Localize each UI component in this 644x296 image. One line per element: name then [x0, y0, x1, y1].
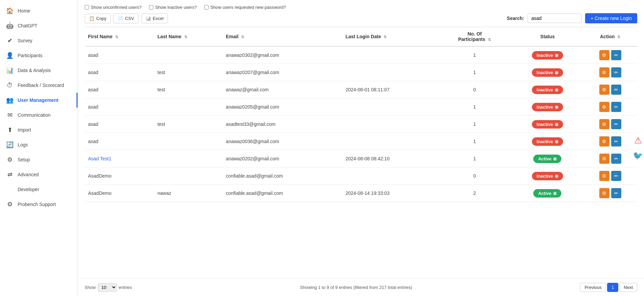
sidebar-item-chatgpt[interactable]: 🤖 ChatGPT	[0, 18, 78, 33]
copy-icon: 📋	[89, 16, 94, 21]
filter-password-checkbox[interactable]	[204, 5, 209, 9]
td-action: ⚙ ✏	[583, 133, 637, 150]
th-email[interactable]: Email ⇅	[222, 27, 342, 47]
sidebar-label-advanced: Advanced	[18, 172, 39, 177]
status-badge[interactable]: Inactive	[532, 86, 563, 94]
sidebar-item-user-management[interactable]: 👥 User Management	[0, 93, 78, 108]
permissions-button[interactable]: ⚙	[599, 102, 609, 112]
create-login-button[interactable]: + Create new Login	[585, 13, 637, 23]
sidebar-item-participants[interactable]: 👤 Participants	[0, 48, 78, 63]
sidebar-item-advanced[interactable]: ⇌ Advanced	[0, 167, 78, 182]
excel-button[interactable]: 📊 Excel	[141, 14, 168, 23]
status-badge[interactable]: Inactive	[532, 103, 563, 111]
status-badge[interactable]: Inactive	[532, 137, 563, 146]
th-status: Status	[512, 27, 583, 47]
sidebar-item-logs[interactable]: 🔄 Logs	[0, 137, 78, 152]
td-status: Inactive	[512, 64, 583, 81]
permissions-button[interactable]: ⚙	[599, 50, 609, 60]
sidebar-label-survey: Survey	[18, 38, 33, 43]
sidebar-label-user-management: User Management	[18, 97, 59, 103]
filter-unconfirmed[interactable]: Show unconfirmed users?	[85, 5, 142, 10]
th-first-name[interactable]: First Name ⇅	[85, 27, 154, 47]
status-badge[interactable]: Inactive	[532, 120, 563, 129]
next-button[interactable]: Next	[619, 283, 637, 292]
first-name-link[interactable]: Asad Test1	[88, 156, 111, 161]
sidebar-item-communication[interactable]: ✉ Communication	[0, 108, 78, 122]
edit-button[interactable]: ✏	[611, 85, 621, 95]
sidebar-item-developer[interactable]: Developer	[0, 182, 78, 197]
entries-select[interactable]: 10 25 50 100	[98, 283, 117, 292]
status-badge[interactable]: Active	[533, 155, 561, 163]
alert-icon[interactable]: ⚠	[632, 135, 644, 147]
td-action: ⚙ ✏	[583, 46, 637, 64]
td-last-name: test	[154, 64, 222, 81]
status-badge[interactable]: Inactive	[532, 51, 563, 60]
status-badge[interactable]: Inactive	[532, 68, 563, 77]
sidebar-icon-import: ⬆	[6, 126, 14, 134]
status-badge[interactable]: Inactive	[532, 172, 563, 180]
sidebar-item-survey[interactable]: ✔ Survey	[0, 33, 78, 48]
permissions-button[interactable]: ⚙	[599, 171, 609, 181]
edit-button[interactable]: ✏	[611, 50, 621, 60]
search-label: Search:	[507, 16, 524, 21]
permissions-button[interactable]: ⚙	[599, 119, 609, 129]
td-last-login-date	[342, 133, 437, 150]
csv-button[interactable]: 📄 CSV	[113, 14, 138, 23]
permissions-button[interactable]: ⚙	[599, 85, 609, 95]
td-participants: 1	[437, 98, 512, 116]
edit-button[interactable]: ✏	[611, 67, 621, 77]
edit-button[interactable]: ✏	[611, 171, 621, 181]
td-first-name: asad	[85, 64, 154, 81]
edit-button[interactable]: ✏	[611, 188, 621, 198]
td-participants: 2	[437, 185, 512, 202]
prev-button[interactable]: Previous	[580, 283, 606, 292]
filter-requested-password[interactable]: Show users requested new password?	[204, 5, 286, 10]
sidebar-item-probench-support[interactable]: ⚙ Probench Support	[0, 197, 78, 212]
filter-inactive-checkbox[interactable]	[149, 5, 153, 9]
td-action: ⚙ ✏	[583, 185, 637, 202]
sidebar-label-participants: Participants	[18, 53, 42, 58]
edit-button[interactable]: ✏	[611, 102, 621, 112]
filter-unconfirmed-checkbox[interactable]	[85, 5, 89, 9]
edit-button[interactable]: ✏	[611, 119, 621, 129]
sidebar-item-home[interactable]: 🏠 Home	[0, 3, 78, 18]
permissions-button[interactable]: ⚙	[599, 136, 609, 146]
sidebar-item-setup[interactable]: ⚙ Setup	[0, 152, 78, 167]
permissions-button[interactable]: ⚙	[599, 188, 609, 198]
sidebar-item-feedback-scorecard[interactable]: ⏱ Feedback / Scorecard	[0, 78, 78, 93]
td-last-name: test	[154, 81, 222, 98]
table-row: asad anawaz0205@gmail.com 1 Inactive ⚙ ✏	[85, 98, 637, 116]
td-last-name: test	[154, 116, 222, 133]
first-name-cell: asad	[88, 52, 98, 58]
sidebar-icon-survey: ✔	[6, 37, 14, 44]
td-action: ⚙ ✏	[583, 98, 637, 116]
filter-password-label: Show users requested new password?	[210, 5, 286, 10]
td-participants: 1	[437, 64, 512, 81]
filter-inactive[interactable]: Show inactive users?	[149, 5, 197, 10]
page-1-button[interactable]: 1	[607, 283, 618, 292]
sidebar-item-import[interactable]: ⬆ Import	[0, 122, 78, 137]
th-participants[interactable]: No. OfParticipants ⇅	[437, 27, 512, 47]
td-first-name: asad	[85, 116, 154, 133]
td-first-name: asad	[85, 46, 154, 64]
permissions-button[interactable]: ⚙	[599, 67, 609, 77]
th-action[interactable]: Action ⇅	[583, 27, 637, 47]
th-action-label: Action	[600, 34, 615, 39]
excel-label: Excel	[153, 16, 164, 21]
sidebar-label-feedback-scorecard: Feedback / Scorecard	[18, 83, 64, 88]
status-badge[interactable]: Active	[533, 189, 561, 198]
pagination-bar: Show 10 25 50 100 entries Showing 1 to 9…	[78, 278, 644, 296]
table-body: asad anawaz0302@gmail.com 1 Inactive ⚙ ✏…	[85, 46, 637, 202]
copy-button[interactable]: 📋 Copy	[85, 14, 111, 23]
sidebar-item-data-analysis[interactable]: 📊 Data & Analysis	[0, 63, 78, 78]
sidebar-icon-feedback-scorecard: ⏱	[6, 82, 14, 89]
edit-button[interactable]: ✏	[611, 154, 621, 164]
td-last-name	[154, 150, 222, 167]
edit-button[interactable]: ✏	[611, 136, 621, 146]
th-last-login-date[interactable]: Last Login Date ⇅	[342, 27, 437, 47]
twitter-icon[interactable]: 🐦	[632, 150, 644, 162]
search-input[interactable]	[528, 14, 582, 23]
permissions-button[interactable]: ⚙	[599, 154, 609, 164]
td-action: ⚙ ✏	[583, 81, 637, 98]
th-last-name[interactable]: Last Name ⇅	[154, 27, 222, 47]
